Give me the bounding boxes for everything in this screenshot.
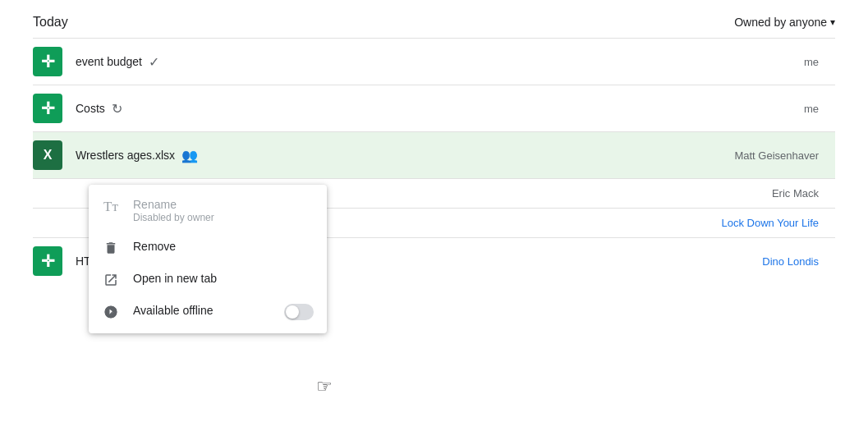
- offline-label: Available offline: [133, 304, 214, 317]
- check-circle-icon: ✓: [149, 54, 159, 70]
- owner-name: Eric Mack: [687, 187, 819, 200]
- open-new-tab-text-area: Open in new tab: [133, 272, 217, 285]
- list-item[interactable]: X Wrestlers ages.xlsx 👥 Matt Geisenhaver: [33, 131, 835, 178]
- offline-text-area: Available offline: [133, 304, 214, 317]
- menu-item-remove[interactable]: Remove: [89, 232, 327, 264]
- people-icon: 👥: [181, 148, 198, 163]
- open-new-tab-label: Open in new tab: [133, 272, 217, 285]
- file-name: Wrestlers ages.xlsx: [76, 149, 175, 162]
- owner-name: Dino Londis: [687, 255, 819, 268]
- page-title: Today: [33, 15, 68, 30]
- menu-item-rename[interactable]: Tт Rename Disabled by owner: [89, 190, 327, 232]
- rename-sublabel: Disabled by owner: [133, 212, 214, 223]
- list-item[interactable]: ✛ event budget ✓ me: [33, 38, 835, 85]
- menu-item-open-new-tab[interactable]: Open in new tab: [89, 264, 327, 296]
- offline-icon: [102, 305, 120, 319]
- file-name-area: Wrestlers ages.xlsx 👥: [76, 148, 687, 163]
- owner-filter-dropdown[interactable]: Owned by anyone ▾: [734, 16, 835, 29]
- owner-name: Matt Geisenhaver: [687, 149, 819, 162]
- rename-text-area: Rename Disabled by owner: [133, 198, 214, 223]
- header-row: Today Owned by anyone ▾: [33, 0, 835, 38]
- list-item[interactable]: ✛ Costs ↻ me: [33, 85, 835, 131]
- open-new-tab-icon: [102, 273, 120, 287]
- sheets-icon: ✛: [33, 47, 62, 76]
- remove-text-area: Remove: [133, 240, 176, 253]
- cursor-pointer: ☞: [316, 376, 333, 397]
- owner-name: Lock Down Your Life: [687, 217, 819, 229]
- file-name: Costs: [76, 102, 105, 115]
- offline-toggle[interactable]: [284, 304, 314, 320]
- file-name-area: event budget ✓: [76, 54, 687, 70]
- owner-filter-label: Owned by anyone: [734, 16, 827, 29]
- remove-label: Remove: [133, 240, 176, 253]
- sheets-icon: ✛: [33, 246, 62, 276]
- rename-icon: Tт: [102, 199, 120, 215]
- page-wrapper: Today Owned by anyone ▾ ✛ event budget ✓…: [0, 0, 868, 445]
- trash-icon: [102, 241, 120, 255]
- owner-name: me: [687, 56, 819, 68]
- toggle-container: [284, 304, 314, 320]
- sync-icon: ↻: [112, 101, 122, 117]
- rename-label: Rename: [133, 198, 214, 211]
- excel-icon: X: [33, 140, 62, 170]
- file-name: event budget: [76, 55, 142, 68]
- owner-name: me: [687, 103, 819, 115]
- toggle-knob: [286, 305, 299, 319]
- file-name-area: Costs ↻: [76, 101, 687, 117]
- sheets-icon: ✛: [33, 94, 62, 123]
- menu-item-available-offline[interactable]: Available offline: [89, 296, 327, 328]
- context-menu: Tт Rename Disabled by owner Remove: [89, 185, 327, 333]
- chevron-down-icon: ▾: [830, 16, 835, 28]
